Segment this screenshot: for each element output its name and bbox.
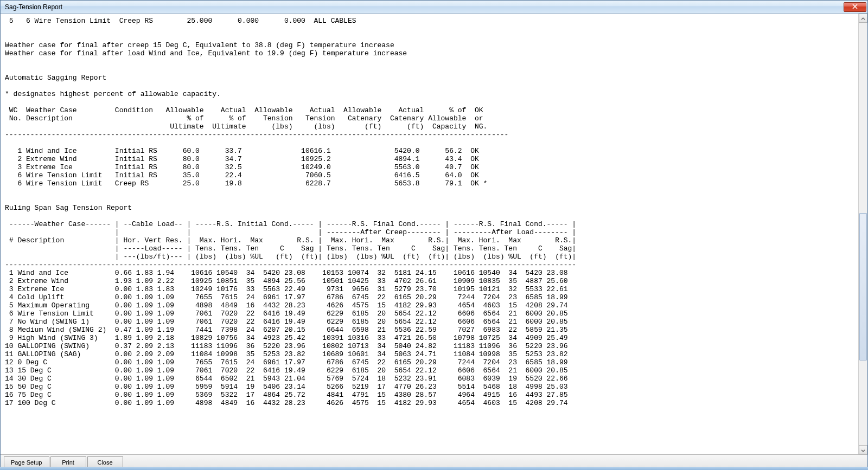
chevron-down-icon: [861, 445, 865, 455]
close-button[interactable]: Close: [87, 456, 123, 468]
report-window: Sag-Tension Report 5 6 Wire Tension Limi…: [0, 0, 868, 470]
vertical-scrollbar[interactable]: [858, 14, 867, 454]
content-area: 5 6 Wire Tension Limit Creep RS 25.000 0…: [1, 14, 867, 454]
scroll-up-button[interactable]: [859, 14, 867, 23]
report-scroll-area[interactable]: 5 6 Wire Tension Limit Creep RS 25.000 0…: [1, 14, 858, 454]
scroll-thumb[interactable]: [859, 213, 867, 361]
window-close-button[interactable]: [844, 2, 866, 12]
print-button[interactable]: Print: [50, 456, 86, 468]
window-title: Sag-Tension Report: [5, 3, 844, 11]
scroll-down-button[interactable]: [859, 445, 867, 454]
page-setup-button[interactable]: Page Setup: [4, 456, 49, 468]
titlebar[interactable]: Sag-Tension Report: [1, 1, 867, 14]
bottom-accent-bar: [0, 467, 868, 470]
chevron-up-icon: [861, 14, 865, 23]
close-icon: [852, 3, 858, 11]
report-text: 5 6 Wire Tension Limit Creep RS 25.000 0…: [5, 17, 854, 407]
scroll-track[interactable]: [859, 23, 867, 445]
